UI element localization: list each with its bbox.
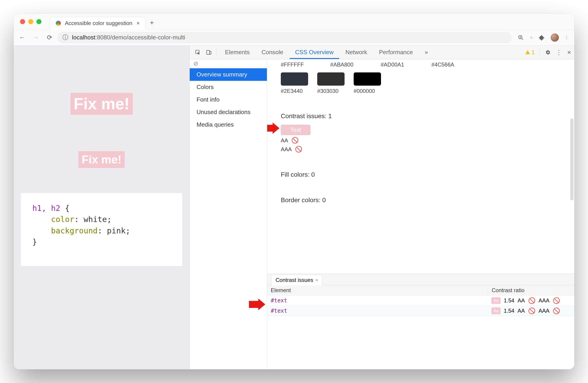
settings-icon[interactable] <box>545 49 551 55</box>
site-info-icon[interactable]: ⓘ <box>63 33 68 42</box>
contrast-aaa-row: AAA 🚫 <box>281 146 561 153</box>
contrast-text-sample[interactable]: Text <box>281 125 310 135</box>
code-selector: h1, h2 <box>32 204 60 213</box>
clear-overview-icon[interactable]: ⊘ <box>190 59 267 68</box>
sidebar-item-unused-declarations[interactable]: Unused declarations <box>190 106 267 118</box>
overview-panel: #FFFFFF #ABA800 #AD00A1 #4C566A #2E3440 <box>267 59 574 274</box>
scrollbar[interactable] <box>570 118 573 200</box>
code-block: h1, h2 { color: white; background: pink;… <box>21 193 182 266</box>
favicon-icon <box>56 21 61 26</box>
tab-performance[interactable]: Performance <box>374 45 418 59</box>
window-controls <box>20 19 42 24</box>
inspect-element-icon[interactable] <box>193 47 203 57</box>
warnings-indicator[interactable]: 1 <box>525 49 534 56</box>
rendered-page: Fix me! Fix me! h1, h2 { color: white; b… <box>14 45 189 369</box>
device-toolbar-icon[interactable] <box>204 47 214 57</box>
profile-avatar[interactable] <box>551 33 559 42</box>
chrome-menu-button[interactable]: ⋮ <box>565 35 568 40</box>
maximize-window-button[interactable] <box>36 19 42 24</box>
no-entry-icon: 🚫 <box>291 137 298 144</box>
annotation-arrow-icon <box>249 298 265 312</box>
page-heading-1: Fix me! <box>70 93 132 115</box>
contrast-sample-chip: Aa <box>491 297 501 304</box>
no-entry-icon: 🚫 <box>528 297 535 304</box>
color-swatches-row: #2E3440 #303030 #000000 <box>281 72 561 94</box>
browser-tab[interactable]: Accessible color suggestion × <box>50 17 146 30</box>
contrast-aa-row: AA 🚫 <box>281 137 561 144</box>
sidebar-item-media-queries[interactable]: Media queries <box>190 118 267 131</box>
minimize-window-button[interactable] <box>28 19 33 24</box>
no-entry-icon: 🚫 <box>295 146 302 153</box>
forward-button[interactable]: → <box>30 32 42 43</box>
address-bar[interactable]: ⓘ localhost:8080/demo/accessible-color-m… <box>57 32 511 43</box>
close-drawer-tab-icon[interactable]: × <box>315 277 318 283</box>
tab-title: Accessible color suggestion <box>65 20 132 26</box>
new-tab-button[interactable]: + <box>150 19 154 27</box>
more-tabs-button[interactable]: » <box>419 45 433 59</box>
drawer-tabstrip: Contrast issues × <box>267 274 574 285</box>
back-button[interactable]: ← <box>16 32 28 43</box>
color-swatch[interactable]: #303030 <box>317 72 345 94</box>
no-entry-icon: 🚫 <box>553 307 560 315</box>
sidebar-item-colors[interactable]: Colors <box>190 81 267 93</box>
tab-elements[interactable]: Elements <box>220 45 255 59</box>
close-window-button[interactable] <box>20 19 25 24</box>
contrast-sample-chip: Aa <box>491 307 501 314</box>
sidebar-item-font-info[interactable]: Font info <box>190 93 267 106</box>
url-host: localhost <box>72 34 95 41</box>
header-contrast-ratio: Contrast ratio <box>488 285 574 295</box>
color-labels-row-1: #FFFFFF #ABA800 #AD00A1 #4C566A <box>281 59 561 68</box>
url-path: :8080/demo/accessible-color-multi <box>95 34 185 41</box>
bookmark-icon[interactable]: ☆ <box>530 35 533 40</box>
tab-console[interactable]: Console <box>256 45 289 59</box>
table-row[interactable]: #text Aa 1.54 AA 🚫 AAA 🚫 <box>267 296 574 306</box>
devtools-tabstrip: Elements Console CSS Overview Network Pe… <box>190 45 574 59</box>
contrast-issues-heading: Contrast issues: 1 <box>281 112 561 120</box>
extensions-icon[interactable] <box>539 35 545 41</box>
table-header: Element Contrast ratio <box>267 285 574 296</box>
code-prop-color: color <box>51 215 74 224</box>
sidebar-item-overview-summary[interactable]: Overview summary <box>190 68 267 81</box>
close-tab-button[interactable]: × <box>136 20 140 26</box>
element-link[interactable]: #text <box>271 308 287 314</box>
drawer-tab-contrast-issues[interactable]: Contrast issues × <box>271 275 322 285</box>
border-colors-heading: Border colors: 0 <box>281 196 561 204</box>
no-entry-icon: 🚫 <box>528 307 535 315</box>
svg-line-1 <box>522 38 523 40</box>
css-overview-sidebar: ⊘ Overview summary Colors Font info Unus… <box>190 59 267 369</box>
code-prop-background: background <box>51 226 98 235</box>
drawer: Contrast issues × Element Contrast ratio <box>267 274 574 369</box>
annotation-arrow-icon <box>267 123 279 134</box>
zoom-icon[interactable] <box>518 35 524 41</box>
color-swatch[interactable]: #000000 <box>354 72 381 94</box>
toolbar: ← → ⟳ ⓘ localhost:8080/demo/accessible-c… <box>14 30 574 45</box>
page-heading-2: Fix me! <box>78 151 125 168</box>
color-swatch[interactable]: #2E3440 <box>281 72 308 94</box>
devtools-menu-icon[interactable]: ⋮ <box>556 48 562 56</box>
toolbar-right: ☆ ⋮ <box>518 33 568 42</box>
fill-colors-heading: Fill colors: 0 <box>281 171 561 178</box>
svg-rect-6 <box>210 51 211 54</box>
tab-css-overview[interactable]: CSS Overview <box>290 45 339 59</box>
svg-rect-5 <box>207 50 210 54</box>
content-area: Fix me! Fix me! h1, h2 { color: white; b… <box>14 45 574 369</box>
browser-window: Accessible color suggestion × + ← → ⟳ ⓘ … <box>14 14 574 369</box>
titlebar: Accessible color suggestion × + <box>14 14 574 30</box>
reload-button[interactable]: ⟳ <box>44 32 55 43</box>
element-link[interactable]: #text <box>271 298 287 304</box>
close-devtools-icon[interactable]: × <box>567 48 571 56</box>
no-entry-icon: 🚫 <box>553 297 560 304</box>
header-element: Element <box>267 285 488 295</box>
tab-network[interactable]: Network <box>340 45 373 59</box>
table-row[interactable]: #text Aa 1.54 AA 🚫 AAA 🚫 <box>267 306 574 316</box>
contrast-issues-table: Element Contrast ratio #text Aa 1.54 AA … <box>267 285 574 369</box>
devtools: Elements Console CSS Overview Network Pe… <box>189 45 574 369</box>
